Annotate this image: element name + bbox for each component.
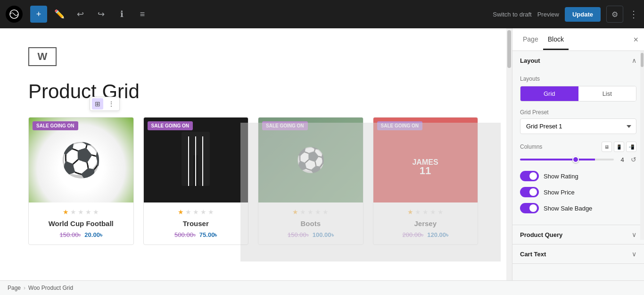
sale-badge: SALE GOING ON — [377, 121, 423, 130]
breadcrumb-current: Woo Product Grid — [28, 285, 73, 291]
star-2: ★ — [300, 208, 306, 216]
star-rating: ★ ★ ★ ★ ★ — [264, 208, 357, 216]
star-4: ★ — [85, 208, 91, 216]
price-row: 500.00৳ 75.00৳ — [149, 231, 243, 239]
grid-preset-select[interactable]: Grid Preset 1 — [520, 118, 636, 134]
star-rating: ★ ★ ★ ★ ★ — [149, 208, 243, 216]
mobile-icon[interactable]: 📲 — [626, 142, 636, 152]
switch-draft-button[interactable]: Switch to draft — [493, 11, 531, 18]
desktop-icon[interactable]: 🖥 — [602, 142, 612, 152]
product-name: Jersey — [379, 219, 472, 228]
star-5: ★ — [438, 208, 444, 216]
sale-badge: SALE GOING ON — [262, 121, 308, 130]
reset-columns-button[interactable]: ↺ — [631, 156, 636, 163]
wp-logo-icon — [9, 9, 19, 19]
redo-button[interactable]: ↪ — [92, 6, 109, 23]
grid-preset-row: Grid Preset Grid Preset 1 — [520, 109, 636, 134]
star-1: ★ — [407, 208, 413, 216]
editor-area[interactable]: ⊞ ⋮ W Product Grid SALE GOING ON ⚽ ★ ★ — [0, 28, 506, 280]
product-body: ★ ★ ★ ★ ★ Trouser 500.00৳ 75.00৳ — [144, 202, 248, 244]
list-view-button[interactable]: ≡ — [134, 6, 151, 23]
svg-rect-2 — [182, 153, 193, 186]
more-options-button[interactable]: ⋮ — [629, 9, 638, 19]
show-rating-row: Show Rating — [520, 171, 636, 181]
product-card: SALE GOING ON ★ — [143, 117, 249, 245]
svg-rect-3 — [198, 153, 210, 186]
preview-button[interactable]: Preview — [537, 11, 559, 18]
show-rating-label: Show Rating — [544, 173, 578, 180]
new-price: 120.00৳ — [427, 231, 448, 239]
product-image-boots: ⚽ — [258, 118, 363, 202]
cart-text-section-header[interactable]: Cart Text ∨ — [512, 244, 644, 263]
star-rating: ★ ★ ★ ★ ★ — [379, 208, 472, 216]
star-5: ★ — [208, 208, 214, 216]
show-sale-badge-toggle[interactable] — [520, 203, 539, 213]
breadcrumb-bar: Page › Woo Product Grid — [0, 280, 644, 295]
panel-scrollbar-track — [640, 51, 644, 240]
show-price-row: Show Price — [520, 187, 636, 197]
svg-text:11: 11 — [420, 165, 431, 177]
product-image-jersey: JAMES 11 — [373, 118, 478, 202]
price-row: 200.00৳ 120.00৳ — [379, 231, 472, 239]
tablet-icon[interactable]: 📱 — [614, 142, 624, 152]
star-1: ★ — [292, 208, 298, 216]
product-body: ★ ★ ★ ★ ★ World Cup Football 150.00৳ 20.… — [29, 202, 133, 244]
columns-header: Columns 🖥 📱 📲 — [520, 142, 636, 152]
star-2: ★ — [70, 208, 76, 216]
sale-badge: SALE GOING ON — [33, 121, 78, 130]
star-5: ★ — [322, 208, 329, 216]
star-4: ★ — [315, 208, 321, 216]
product-query-section-header[interactable]: Product Query ∨ — [512, 225, 644, 244]
new-price: 100.00৳ — [313, 231, 334, 239]
product-body: ★ ★ ★ ★ ★ Jersey 200.00৳ 120.00৳ — [373, 202, 478, 244]
block-options-btn[interactable]: ⋮ — [105, 98, 117, 110]
show-price-toggle[interactable] — [520, 187, 539, 197]
star-2: ★ — [185, 208, 191, 216]
w-placeholder: W — [28, 47, 57, 66]
show-sale-badge-label: Show Sale Badge — [544, 205, 592, 212]
show-rating-toggle[interactable] — [520, 171, 539, 181]
star-2: ★ — [415, 208, 421, 216]
columns-label: Columns — [520, 143, 542, 150]
editor-scrollbar[interactable] — [506, 28, 512, 280]
price-row: 150.00৳ 100.00৳ — [264, 231, 357, 239]
product-name: Trouser — [149, 219, 243, 228]
update-button[interactable]: Update — [565, 7, 601, 22]
pencil-icon-button[interactable]: ✏️ — [51, 6, 68, 23]
columns-row: Columns 🖥 📱 📲 4 ↺ — [520, 142, 636, 163]
grid-layout-button[interactable]: Grid — [520, 86, 578, 101]
breadcrumb-separator: › — [24, 285, 25, 291]
sale-badge: SALE GOING ON — [148, 121, 193, 130]
star-3: ★ — [193, 208, 199, 216]
star-4: ★ — [200, 208, 206, 216]
star-rating: ★ ★ ★ ★ ★ — [34, 208, 128, 216]
scrollbar-thumb[interactable] — [507, 30, 511, 68]
right-panel: Page Block × Layout ∧ Layouts Grid List — [512, 28, 644, 280]
star-5: ★ — [93, 208, 99, 216]
list-layout-button[interactable]: List — [578, 86, 636, 101]
close-panel-button[interactable]: × — [633, 35, 638, 44]
add-block-button[interactable]: + — [30, 6, 47, 23]
cart-text-title: Cart Text — [520, 251, 546, 258]
block-tab[interactable]: Block — [543, 30, 569, 50]
old-price: 200.00৳ — [402, 231, 423, 239]
product-name: World Cup Football — [34, 219, 128, 228]
chevron-up-icon: ∧ — [632, 57, 636, 64]
undo-button[interactable]: ↩ — [72, 6, 89, 23]
grid-preset-label: Grid Preset — [520, 109, 636, 116]
page-tab[interactable]: Page — [518, 30, 543, 50]
settings-button[interactable]: ⚙ — [606, 6, 623, 23]
editor-content: W Product Grid SALE GOING ON ⚽ ★ ★ ★ ★ — [28, 47, 478, 245]
panel-tabs: Page Block × — [512, 28, 644, 51]
grid-view-btn[interactable]: ⊞ — [92, 98, 103, 110]
product-body: ★ ★ ★ ★ ★ Boots 150.00৳ 100.00৳ — [258, 202, 363, 244]
columns-slider[interactable] — [520, 159, 614, 160]
panel-scrollbar-thumb — [641, 53, 644, 67]
info-button[interactable]: ℹ — [113, 6, 130, 23]
columns-value: 4 — [618, 156, 627, 163]
layout-section-title: Layout — [520, 57, 540, 64]
star-3: ★ — [422, 208, 429, 216]
cart-text-section: Cart Text ∨ — [512, 244, 644, 264]
layout-section-header[interactable]: Layout ∧ — [512, 51, 644, 70]
layout-section: Layout ∧ Layouts Grid List Grid Preset G… — [512, 51, 644, 225]
